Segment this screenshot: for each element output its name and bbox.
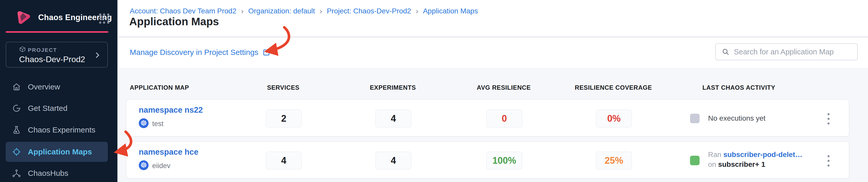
project-selector[interactable]: PROJECT Chaos-Dev-Prod2 [6, 42, 108, 67]
table-row: namespace hce ☸ eiidev 4 4 100% 25% Ran … [126, 141, 849, 179]
resilience-coverage-value: 0% [596, 110, 632, 128]
breadcrumb: Account: Chaos Dev Team Prod2 › Organiza… [130, 7, 478, 16]
row-menu-kebab-icon[interactable] [823, 113, 834, 125]
application-map-link[interactable]: namespace ns22 [139, 105, 203, 115]
experiment-link[interactable]: subscriber-pod-delet… [723, 151, 802, 158]
search-input[interactable] [734, 48, 847, 56]
sidebar-item-get-started[interactable]: Get Started [6, 100, 108, 116]
resilience-coverage-value: 25% [596, 152, 632, 170]
target-icon [12, 147, 21, 156]
sidebar-item-application-maps[interactable]: Application Maps [6, 142, 108, 162]
status-chip [690, 114, 700, 123]
application-maps-page: Chaos Engineering PROJECT Chaos-Dev-Prod… [0, 0, 868, 182]
header-divider [118, 37, 868, 37]
column-header-avg-resilience: AVG RESILIENCE [477, 84, 531, 91]
sidebar: Chaos Engineering PROJECT Chaos-Dev-Prod… [0, 0, 117, 182]
flask-icon [12, 125, 21, 134]
kubernetes-icon: ☸ [139, 160, 149, 170]
sidebar-item-label: Get Started [28, 104, 67, 113]
search-icon [721, 48, 730, 56]
project-label: PROJECT [28, 47, 57, 53]
activity-text: No executions yet [708, 114, 766, 122]
services-count: 2 [266, 110, 302, 128]
sidebar-item-label: Chaos Experiments [28, 125, 95, 134]
ran-label: Ran [708, 151, 721, 158]
breadcrumb-current[interactable]: Application Maps [423, 7, 478, 15]
sidebar-item-label: Overview [28, 83, 60, 91]
services-count: 4 [266, 152, 302, 170]
project-name: Chaos-Dev-Prod2 [19, 55, 85, 64]
breadcrumb-separator: › [319, 7, 322, 16]
page-title: Application Maps [129, 16, 219, 28]
app-switcher-grid-icon[interactable] [99, 13, 110, 24]
manage-discovery-label: Manage Discovery in Project Settings [130, 48, 258, 57]
activity-target: subscriber+ 1 [718, 160, 765, 168]
application-map-link[interactable]: namespace hce [139, 148, 198, 157]
column-header-experiments: EXPERIMENTS [370, 84, 416, 91]
status-chip [690, 156, 700, 165]
network-icon [12, 169, 21, 178]
column-header-services: SERVICES [267, 84, 300, 91]
column-header-resilience-coverage: RESILIENCE COVERAGE [575, 84, 652, 91]
main-content: Account: Chaos Dev Team Prod2 › Organiza… [117, 0, 868, 182]
breadcrumb-project[interactable]: Project: Chaos-Dev-Prod2 [327, 7, 411, 15]
environment-label: eiidev [152, 162, 170, 170]
chaos-engineering-logo-icon [15, 9, 32, 26]
experiments-count: 4 [375, 152, 411, 170]
experiments-count: 4 [375, 110, 411, 128]
sidebar-item-chaoshubs[interactable]: ChaosHubs [6, 165, 108, 181]
kubernetes-icon: ☸ [139, 118, 149, 128]
application-maps-table: APPLICATION MAP SERVICES EXPERIMENTS AVG… [118, 68, 868, 182]
sidebar-item-overview[interactable]: Overview [6, 79, 108, 95]
breadcrumb-separator: › [241, 7, 244, 16]
brand-accent-bar [6, 31, 108, 33]
environment-label: test [152, 120, 163, 128]
search-box [715, 43, 858, 60]
row-menu-kebab-icon[interactable] [823, 155, 834, 167]
external-link-icon [262, 48, 271, 57]
column-header-last-chaos-activity: LAST CHAOS ACTIVITY [703, 84, 775, 91]
last-chaos-activity: Ran subscriber-pod-delet… on subscriber+… [690, 142, 809, 179]
column-header-application-map: APPLICATION MAP [130, 84, 189, 91]
home-icon [12, 82, 21, 92]
last-chaos-activity: No executions yet [690, 100, 809, 137]
breadcrumb-organization[interactable]: Organization: default [248, 7, 315, 15]
avg-resilience-value: 0 [486, 110, 522, 128]
chevron-right-icon [94, 52, 99, 58]
on-label: on [708, 160, 716, 168]
sidebar-item-label: Application Maps [28, 148, 92, 156]
table-row: namespace ns22 ☸ test 2 4 0 0% No execut… [126, 99, 849, 136]
manage-discovery-link[interactable]: Manage Discovery in Project Settings [130, 48, 271, 57]
project-cube-icon [19, 46, 26, 53]
sidebar-item-chaos-experiments[interactable]: Chaos Experiments [6, 122, 108, 138]
avg-resilience-value: 100% [486, 152, 522, 170]
sidebar-header: Chaos Engineering [0, 0, 117, 31]
breadcrumb-separator: › [416, 7, 418, 16]
breadcrumb-account[interactable]: Account: Chaos Dev Team Prod2 [130, 7, 236, 15]
get-started-icon [12, 103, 21, 113]
sidebar-item-label: ChaosHubs [28, 169, 68, 178]
